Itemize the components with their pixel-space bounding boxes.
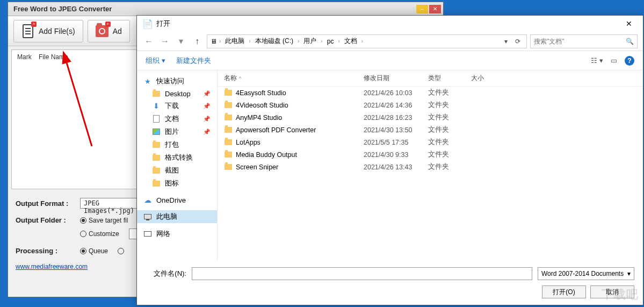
document-plus-icon: + [21,24,34,39]
dialog-titlebar[interactable]: 📄 打开 ✕ [137,16,643,32]
folder-plus-icon: + [96,24,108,39]
folder-icon [224,113,233,122]
minimize-button[interactable]: – [416,5,428,13]
file-open-dialog: 📄 打开 ✕ ← → ▾ ↑ 🖥 › 此电脑 › 本地磁盘 (C:) › 用户 … [136,15,643,305]
website-link[interactable]: www.mediafreeware.com [16,263,88,270]
file-type-filter[interactable]: Word 2007-2014 Documents▾ [538,267,634,280]
file-row[interactable]: Apowersoft PDF Converter2021/4/30 13:50文… [218,124,643,136]
breadcrumb[interactable]: 🖥 › 此电脑 › 本地磁盘 (C:) › 用户 › pc › 文档 › ▾ ⟳ [207,34,527,48]
sidebar-quick-access[interactable]: ★快速访问 [137,75,217,88]
help-icon[interactable]: ? [625,56,634,66]
new-folder-button[interactable]: 新建文件夹 [176,56,211,66]
chevron-right-icon: › [361,38,363,44]
sidebar-dabao[interactable]: 打包 [137,138,217,151]
file-list[interactable]: 4Easysoft Studio2021/4/26 10:03文件夹4Video… [218,87,643,261]
folder-icon [224,89,233,97]
folder-icon [152,89,161,98]
sidebar-network[interactable]: 网络 [137,227,217,240]
chevron-right-icon: › [249,38,250,44]
radio-customize[interactable]: Customize [80,230,119,238]
cancel-button[interactable]: 取消 [590,285,634,298]
file-type: 文件夹 [428,162,471,172]
file-type: 文件夹 [428,101,471,110]
add-folder-label: Ad [113,27,122,35]
nav-up-button[interactable]: ↑ [191,35,204,48]
file-row[interactable]: Media Buddy Output2021/4/30 9:33文件夹 [218,148,643,161]
file-date: 2021/4/28 16:23 [364,114,428,122]
sidebar-downloads[interactable]: ⬇下载📌 [137,99,217,112]
radio-other[interactable] [118,248,124,254]
column-type[interactable]: 类型 [428,74,471,83]
folder-icon [152,166,161,175]
sidebar-this-pc[interactable]: 此电脑 [137,210,217,223]
folder-icon [152,179,161,188]
sidebar-geshi[interactable]: 格式转换 [137,151,217,164]
file-row[interactable]: 4Videosoft Studio2021/4/26 14:36文件夹 [218,99,643,111]
column-size[interactable]: 大小 [471,74,503,83]
sidebar-onedrive[interactable]: ☁OneDrive [137,194,217,206]
radio-save-target[interactable]: Save target fil [80,217,128,224]
file-row[interactable]: AnyMP4 Studio2021/4/28 16:23文件夹 [218,111,643,124]
app-titlebar[interactable]: Free Word to JPEG Converter – ✕ [8,2,443,16]
dialog-close-button[interactable]: ✕ [620,17,638,30]
chevron-right-icon: › [298,38,299,44]
file-date: 2021/4/30 13:50 [364,126,428,134]
pin-icon: 📌 [203,128,211,135]
sidebar-documents[interactable]: 文档📌 [137,112,217,125]
breadcrumb-item[interactable]: 用户 [301,37,319,46]
breadcrumb-root-icon[interactable]: 🖥 [211,38,217,45]
breadcrumb-item[interactable]: 此电脑 [223,37,247,46]
column-mark[interactable]: Mark [17,53,39,61]
refresh-button[interactable]: ⟳ [512,36,523,47]
file-row[interactable]: Screen Sniper2021/4/26 13:43文件夹 [218,161,643,173]
add-files-button[interactable]: + Add File(s) [13,20,83,42]
sidebar-jietu[interactable]: 截图 [137,164,217,177]
search-input[interactable] [534,38,623,45]
add-folder-button[interactable]: + Ad [88,20,130,42]
file-name: Screen Sniper [236,163,278,171]
file-type: 文件夹 [428,88,471,97]
breadcrumb-item[interactable]: pc [325,38,336,45]
open-button[interactable]: 打开(O) [542,285,586,298]
command-row: 组织 ▾ 新建文件夹 ☷ ▾ ▭ ? [137,51,643,70]
file-row[interactable]: 4Easysoft Studio2021/4/26 10:03文件夹 [218,87,643,99]
file-name: Media Buddy Output [236,151,297,159]
nav-forward-button[interactable]: → [158,35,171,48]
sidebar-desktop[interactable]: Desktop📌 [137,88,217,99]
close-button[interactable]: ✕ [429,5,441,13]
search-box[interactable]: 🔍 [530,34,638,48]
file-date: 2021/5/5 17:35 [364,139,428,146]
file-row[interactable]: LotApps2021/5/5 17:35文件夹 [218,136,643,148]
dialog-title: 打开 [153,19,620,28]
column-date[interactable]: 修改日期 [364,74,428,83]
sort-asc-icon: ^ [239,76,241,81]
column-name[interactable]: 名称 ^ [224,74,364,83]
filename-input[interactable] [192,267,532,280]
network-icon [143,230,152,238]
file-name: LotApps [236,139,261,146]
folder-icon [224,151,233,159]
breadcrumb-item[interactable]: 文档 [342,37,359,46]
processing-label: Processing : [16,247,75,255]
sidebar-tubiao[interactable]: 图标 [137,177,217,190]
file-date: 2021/4/26 14:36 [364,102,428,109]
pc-icon [143,212,152,221]
file-name: 4Videosoft Studio [236,102,288,109]
sidebar-pictures[interactable]: 图片📌 [137,125,217,138]
output-folder-label: Output Folder : [16,216,75,224]
organize-menu[interactable]: 组织 ▾ [146,56,165,66]
file-date: 2021/4/26 13:43 [364,163,428,171]
download-icon: ⬇ [152,102,161,110]
nav-row: ← → ▾ ↑ 🖥 › 此电脑 › 本地磁盘 (C:) › 用户 › pc › … [137,32,643,51]
file-type: 文件夹 [428,150,471,159]
nav-recent-button[interactable]: ▾ [175,35,187,48]
file-date: 2021/4/26 10:03 [364,89,428,97]
file-list-area: 名称 ^ 修改日期 类型 大小 4Easysoft Studio2021/4/2… [218,70,643,261]
view-options-button[interactable]: ☷ ▾ [591,56,603,65]
radio-queue[interactable]: Queue [80,247,108,255]
preview-pane-button[interactable]: ▭ [611,56,617,65]
nav-back-button[interactable]: ← [142,35,155,48]
add-files-label: Add File(s) [39,27,75,35]
breadcrumb-item[interactable]: 本地磁盘 (C:) [253,37,295,46]
breadcrumb-dropdown-button[interactable]: ▾ [501,36,511,47]
